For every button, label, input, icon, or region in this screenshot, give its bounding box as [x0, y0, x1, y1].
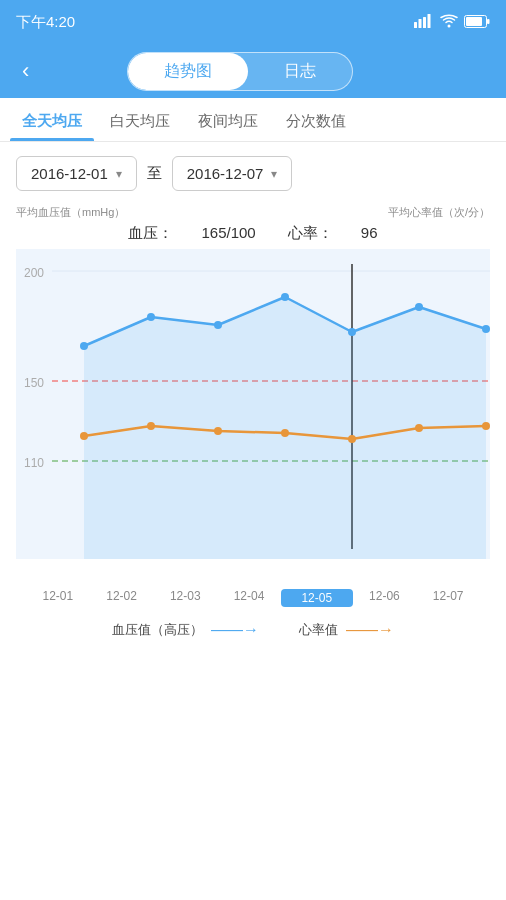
tooltip-hr-value: 96 [361, 224, 378, 241]
tooltip-bp-label: 血压： [128, 224, 173, 241]
status-time: 下午4:20 [16, 13, 75, 32]
svg-rect-2 [423, 17, 426, 28]
svg-point-21 [348, 328, 356, 336]
start-date-picker[interactable]: 2016-12-01 ▾ [16, 156, 137, 191]
legend-bp-icon: ——→ [211, 621, 259, 639]
legend-bp-label: 血压值（高压） [112, 621, 203, 639]
x-label-4[interactable]: 12-05 [281, 589, 353, 607]
svg-rect-7 [466, 17, 482, 26]
svg-rect-0 [414, 22, 417, 28]
svg-text:110: 110 [24, 456, 44, 470]
svg-point-25 [147, 422, 155, 430]
svg-point-24 [80, 432, 88, 440]
back-button[interactable]: ‹ [14, 54, 37, 88]
sub-tabs: 全天均压 白天均压 夜间均压 分次数值 [0, 98, 506, 142]
legend-bp: 血压值（高压） ——→ [112, 621, 259, 639]
chart-tooltip: 血压：165/100 心率：96 [16, 224, 490, 243]
x-label-6[interactable]: 12-07 [416, 589, 480, 607]
x-label-2[interactable]: 12-03 [153, 589, 217, 607]
status-icons [414, 14, 490, 31]
svg-rect-3 [428, 14, 431, 28]
subtab-night[interactable]: 夜间均压 [186, 98, 270, 141]
battery-icon [464, 14, 490, 31]
end-date-picker[interactable]: 2016-12-07 ▾ [172, 156, 293, 191]
svg-point-19 [214, 321, 222, 329]
date-separator: 至 [147, 164, 162, 183]
svg-point-29 [415, 424, 423, 432]
tab-trend[interactable]: 趋势图 [128, 53, 248, 90]
x-label-1[interactable]: 12-02 [90, 589, 154, 607]
svg-text:150: 150 [24, 376, 44, 390]
tooltip-bp-value: 165/100 [201, 224, 255, 241]
subtab-all-day[interactable]: 全天均压 [10, 98, 94, 141]
subtab-each[interactable]: 分次数值 [274, 98, 358, 141]
x-label-3[interactable]: 12-04 [217, 589, 281, 607]
y-axis-left-label: 平均血压值（mmHg） [16, 205, 125, 220]
nav-tabs: 趋势图 日志 [127, 52, 353, 91]
start-date-arrow: ▾ [116, 167, 122, 181]
start-date-value: 2016-12-01 [31, 165, 108, 182]
svg-point-26 [214, 427, 222, 435]
legend-hr-icon: ——→ [346, 621, 394, 639]
svg-point-23 [482, 325, 490, 333]
end-date-arrow: ▾ [271, 167, 277, 181]
nav-bar: ‹ 趋势图 日志 [0, 44, 506, 98]
svg-point-28 [348, 435, 356, 443]
svg-point-22 [415, 303, 423, 311]
wifi-icon [440, 14, 458, 31]
subtab-daytime[interactable]: 白天均压 [98, 98, 182, 141]
legend-hr-label: 心率值 [299, 621, 338, 639]
status-bar: 下午4:20 [0, 0, 506, 44]
svg-point-4 [448, 24, 451, 27]
tab-log[interactable]: 日志 [248, 53, 352, 90]
x-label-0[interactable]: 12-01 [26, 589, 90, 607]
svg-rect-6 [487, 19, 490, 24]
svg-point-18 [147, 313, 155, 321]
x-label-5[interactable]: 12-06 [353, 589, 417, 607]
x-axis: 12-01 12-02 12-03 12-04 12-05 12-06 12-0… [16, 583, 490, 607]
chart-axis-labels: 平均血压值（mmHg） 平均心率值（次/分） [16, 205, 490, 220]
chart-svg-wrapper[interactable]: 200 150 110 [16, 249, 490, 583]
svg-rect-1 [419, 19, 422, 28]
y-axis-right-label: 平均心率值（次/分） [388, 205, 490, 220]
date-range: 2016-12-01 ▾ 至 2016-12-07 ▾ [0, 142, 506, 205]
svg-point-30 [482, 422, 490, 430]
svg-point-27 [281, 429, 289, 437]
legend-hr: 心率值 ——→ [299, 621, 394, 639]
svg-point-17 [80, 342, 88, 350]
tooltip-hr-label: 心率： [288, 224, 333, 241]
svg-point-20 [281, 293, 289, 301]
signal-icon [414, 14, 434, 31]
svg-text:200: 200 [24, 266, 44, 280]
chart-legend: 血压值（高压） ——→ 心率值 ——→ [16, 607, 490, 649]
chart-svg: 200 150 110 [16, 249, 490, 579]
end-date-value: 2016-12-07 [187, 165, 264, 182]
chart-container: 平均血压值（mmHg） 平均心率值（次/分） 血压：165/100 心率：96 … [0, 205, 506, 649]
